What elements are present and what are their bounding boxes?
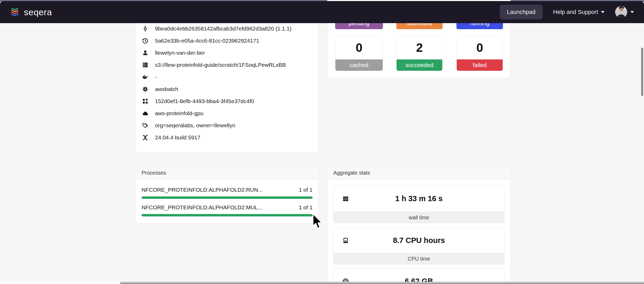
aggregate-stats-header: Aggregate stats bbox=[328, 166, 510, 180]
process-progress-bar bbox=[142, 214, 313, 216]
processes-body: NFCORE_PROTEINFOLD:ALPHAFOLD2:RUN... 1 o… bbox=[136, 180, 318, 216]
process-progress-count: 1 of 1 bbox=[299, 187, 313, 193]
top-navbar: seqera Launchpad Help and Support bbox=[0, 1, 644, 23]
processes-card: Processes NFCORE_PROTEINFOLD:ALPHAFOLD2:… bbox=[136, 166, 319, 224]
wall-time-label: wall time bbox=[333, 212, 505, 223]
status-card-cached: 0 cached bbox=[335, 35, 383, 71]
detail-row-container: - bbox=[142, 71, 312, 83]
bottom-left-edge bbox=[0, 282, 120, 284]
navbar-right-controls: Launchpad Help and Support bbox=[500, 5, 634, 19]
detail-row-tags: org=seqeralabs, owner=llewellyn bbox=[142, 119, 312, 131]
aggregate-stats-card: Aggregate stats 1 h 33 m 16 s wall time bbox=[327, 166, 511, 284]
vertical-scrollbar-thumb[interactable] bbox=[641, 48, 643, 96]
process-name: NFCORE_PROTEINFOLD:ALPHAFOLD2:RUN... bbox=[142, 187, 263, 193]
run-details-rows: 9bea0dc4ebb26358142afbcab3d7efd962d3a820… bbox=[136, 15, 318, 144]
avatar bbox=[615, 6, 627, 18]
commit-icon bbox=[142, 26, 148, 32]
seqera-logo[interactable]: seqera bbox=[10, 7, 52, 17]
detail-row-compute-env-name: aws-proteinfold-gpu bbox=[142, 107, 312, 119]
workdir-value: s3://llew-proteinfold-guide/scratch/1FSo… bbox=[155, 62, 286, 68]
commit-id-value: 9bea0dc4ebb26358142afbcab3d7efd962d3a820… bbox=[155, 26, 292, 32]
wall-time-value: 1 h 33 m 16 s bbox=[395, 194, 443, 203]
status-card-failed: 0 failed bbox=[456, 35, 503, 71]
tags-value: org=seqeralabs, owner=llewellyn bbox=[155, 122, 235, 129]
executor-value: awsbatch bbox=[155, 86, 178, 92]
nextflow-icon bbox=[142, 134, 148, 141]
status-card-succeeded: 2 succeeded bbox=[396, 35, 443, 71]
detail-row-session: 5a62e33b-e05a-4cc6-81cc-023962924171 bbox=[142, 35, 312, 47]
detail-row-user: llewelyn-van-der-ber bbox=[142, 47, 312, 59]
bottom-window-edge bbox=[120, 282, 644, 284]
wall-time-stat: 1 h 33 m 16 s wall time bbox=[333, 185, 505, 223]
help-support-menu[interactable]: Help and Support bbox=[553, 9, 605, 16]
chevron-down-icon bbox=[601, 11, 605, 13]
user-icon bbox=[142, 50, 148, 56]
launchpad-button[interactable]: Launchpad bbox=[500, 5, 543, 19]
run-details-card: 9bea0dc4ebb26358142afbcab3d7efd962d3a820… bbox=[136, 15, 319, 153]
chevron-down-icon bbox=[630, 11, 634, 13]
aggregate-stats-title: Aggregate stats bbox=[333, 170, 370, 176]
brand-name: seqera bbox=[24, 7, 52, 17]
seqera-run-details-page: seqera Launchpad Help and Support bbox=[0, 0, 644, 284]
cached-count: 0 bbox=[335, 36, 383, 59]
succeeded-count: 2 bbox=[397, 36, 442, 59]
cpu-time-label: CPU time bbox=[333, 253, 505, 264]
compute-env-name-value: aws-proteinfold-gpu bbox=[155, 110, 203, 116]
user-avatar-menu[interactable] bbox=[615, 6, 634, 18]
succeeded-label: succeeded bbox=[397, 59, 442, 71]
cpu-time-icon bbox=[342, 237, 349, 244]
failed-count: 0 bbox=[457, 36, 503, 59]
cpu-time-stat: 8.7 CPU hours CPU time bbox=[333, 228, 505, 265]
compute-env-value: 152d0ef1-8efb-4493-bba4-3f45e37dc4f0 bbox=[155, 98, 254, 104]
container-value: - bbox=[155, 74, 157, 80]
detail-row-commit: 9bea0dc4ebb26358142afbcab3d7efd962d3a820… bbox=[142, 23, 312, 35]
session-id-value: 5a62e33b-e05a-4cc6-81cc-023962924171 bbox=[155, 38, 259, 44]
processes-header: Processes bbox=[136, 166, 318, 180]
mouse-cursor bbox=[312, 214, 323, 229]
processes-title: Processes bbox=[142, 170, 166, 176]
process-row[interactable]: NFCORE_PROTEINFOLD:ALPHAFOLD2:RUN... 1 o… bbox=[142, 187, 313, 199]
seqera-logo-icon bbox=[10, 7, 20, 17]
executor-icon bbox=[142, 86, 148, 92]
process-progress-bar bbox=[142, 196, 313, 199]
process-progress-count: 1 of 1 bbox=[299, 204, 313, 211]
cpu-time-value: 8.7 CPU hours bbox=[393, 236, 445, 245]
aggregate-stats-body: 1 h 33 m 16 s wall time 8.7 CPU hours CP… bbox=[328, 180, 510, 284]
detail-row-compute-env: 152d0ef1-8efb-4493-bba4-3f45e37dc4f0 bbox=[142, 95, 312, 107]
username-value: llewelyn-van-der-ber bbox=[155, 50, 205, 56]
nextflow-version-value: 24.04.4 build 5917 bbox=[155, 134, 200, 141]
process-row[interactable]: NFCORE_PROTEINFOLD:ALPHAFOLD2:MUL... 1 o… bbox=[142, 204, 313, 216]
session-id-icon bbox=[142, 38, 148, 44]
cached-label: cached bbox=[335, 59, 383, 71]
tags-icon bbox=[142, 122, 148, 129]
work-directory-icon bbox=[142, 62, 148, 68]
compute-env-icon bbox=[142, 98, 148, 104]
container-icon bbox=[142, 74, 148, 80]
cloud-icon bbox=[142, 110, 148, 116]
process-name: NFCORE_PROTEINFOLD:ALPHAFOLD2:MUL... bbox=[142, 204, 262, 211]
detail-row-executor: awsbatch bbox=[142, 83, 312, 95]
failed-label: failed bbox=[457, 59, 503, 71]
wall-time-icon bbox=[342, 195, 349, 202]
detail-row-nextflow-version: 24.04.4 build 5917 bbox=[142, 131, 312, 144]
help-support-label: Help and Support bbox=[553, 9, 598, 16]
detail-row-workdir: s3://llew-proteinfold-guide/scratch/1FSo… bbox=[142, 59, 312, 71]
